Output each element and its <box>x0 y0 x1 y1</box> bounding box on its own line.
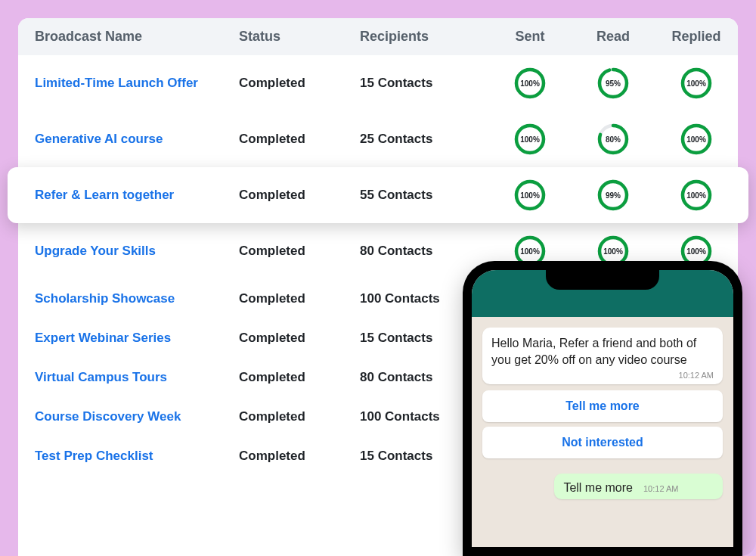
message-text: Hello Maria, Refer a friend and both of … <box>491 335 714 368</box>
metric-ring: 100% <box>655 67 738 99</box>
broadcast-status: Completed <box>239 409 360 424</box>
metric-ring: 99% <box>572 179 655 211</box>
col-status: Status <box>239 29 360 45</box>
message-time: 10:12 AM <box>491 371 714 380</box>
table-row[interactable]: Refer & Learn together Completed 55 Cont… <box>8 167 748 223</box>
broadcast-recipients: 25 Contacts <box>360 132 488 147</box>
broadcast-recipients: 15 Contacts <box>360 76 488 91</box>
metric-ring: 100% <box>655 179 738 211</box>
broadcast-name-link[interactable]: Limited-Time Launch Offer <box>35 76 239 91</box>
broadcast-status: Completed <box>239 331 360 346</box>
broadcast-recipients: 55 Contacts <box>360 188 488 203</box>
metric-value: 100% <box>680 179 712 211</box>
reply-text: Tell me more <box>563 481 633 495</box>
broadcast-name-link[interactable]: Test Prep Checklist <box>35 449 239 464</box>
broadcast-name-link[interactable]: Course Discovery Week <box>35 409 239 424</box>
metric-ring: 100% <box>655 123 738 155</box>
col-read: Read <box>572 29 655 45</box>
broadcast-status: Completed <box>239 132 360 147</box>
broadcast-status: Completed <box>239 188 360 203</box>
phone-mockup: Hello Maria, Refer a friend and both of … <box>463 261 742 556</box>
quick-reply-not-interested[interactable]: Not interested <box>482 427 723 458</box>
outgoing-message: Tell me more 10:12 AM <box>554 474 723 499</box>
phone-screen: Hello Maria, Refer a friend and both of … <box>472 270 733 547</box>
col-sent: Sent <box>488 29 572 45</box>
metric-ring: 80% <box>572 123 655 155</box>
quick-reply-tell-me-more[interactable]: Tell me more <box>482 390 723 422</box>
table-row[interactable]: Generative AI course Completed 25 Contac… <box>18 111 738 167</box>
broadcast-recipients: 80 Contacts <box>360 244 488 259</box>
metric-value: 100% <box>514 123 546 155</box>
broadcast-name-link[interactable]: Virtual Campus Tours <box>35 370 239 385</box>
broadcast-name-link[interactable]: Upgrade Your Skills <box>35 244 239 259</box>
col-recipients: Recipients <box>360 29 488 45</box>
broadcast-status: Completed <box>239 449 360 464</box>
col-name: Broadcast Name <box>35 29 239 45</box>
chat-area: Hello Maria, Refer a friend and both of … <box>472 317 733 499</box>
reply-time: 10:12 AM <box>643 484 678 493</box>
table-header: Broadcast Name Status Recipients Sent Re… <box>18 18 738 55</box>
metric-value: 80% <box>597 123 629 155</box>
metric-value: 99% <box>597 179 629 211</box>
table-row[interactable]: Limited-Time Launch Offer Completed 15 C… <box>18 55 738 111</box>
broadcast-status: Completed <box>239 370 360 385</box>
metric-value: 100% <box>514 67 546 99</box>
metric-ring: 100% <box>488 67 572 99</box>
metric-value: 95% <box>597 67 629 99</box>
quick-replies: Tell me more Not interested <box>482 390 723 458</box>
broadcast-status: Completed <box>239 76 360 91</box>
broadcast-status: Completed <box>239 291 360 306</box>
metric-value: 100% <box>680 123 712 155</box>
metric-value: 100% <box>680 67 712 99</box>
broadcast-status: Completed <box>239 244 360 259</box>
broadcast-name-link[interactable]: Scholarship Showcase <box>35 291 239 306</box>
broadcast-name-link[interactable]: Refer & Learn together <box>35 188 239 203</box>
col-replied: Replied <box>655 29 738 45</box>
incoming-message: Hello Maria, Refer a friend and both of … <box>482 328 723 384</box>
metric-ring: 95% <box>572 67 655 99</box>
metric-ring: 100% <box>488 179 572 211</box>
phone-notch <box>546 270 659 290</box>
broadcast-name-link[interactable]: Expert Webinar Series <box>35 331 239 346</box>
metric-ring: 100% <box>488 123 572 155</box>
metric-value: 100% <box>514 179 546 211</box>
broadcast-name-link[interactable]: Generative AI course <box>35 132 239 147</box>
